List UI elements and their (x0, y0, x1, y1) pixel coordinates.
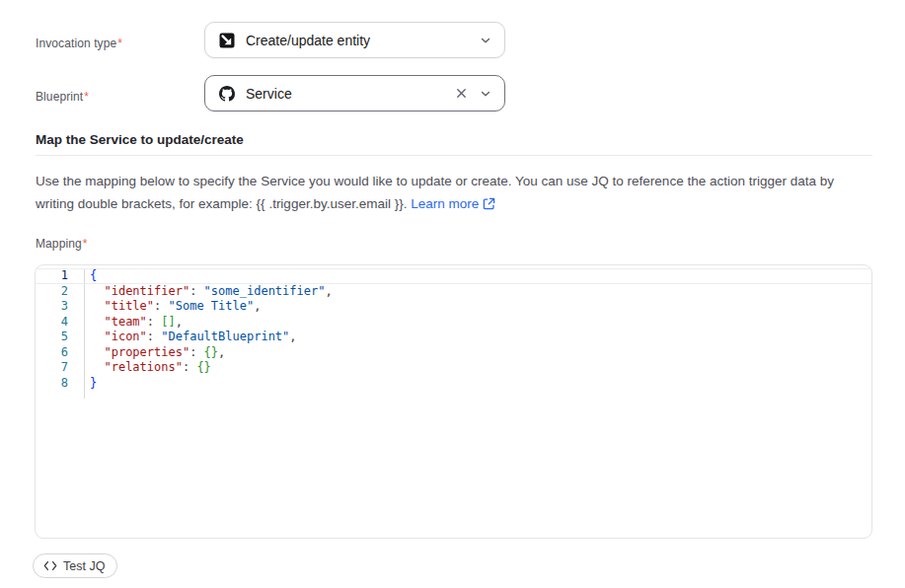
test-jq-label: Test JQ (63, 559, 105, 573)
mapping-label: Mapping* (36, 237, 88, 251)
invocation-type-select[interactable]: Create/update entity (204, 22, 505, 58)
editor-line: 4 "team": [], (36, 315, 871, 331)
editor-line: 1{ (36, 268, 871, 284)
line-number: 6 (36, 345, 68, 361)
line-number: 1 (36, 268, 68, 284)
clear-icon[interactable] (453, 86, 469, 102)
required-asterisk: * (83, 237, 88, 251)
editor-line: 3 "title": "Some Title", (36, 299, 871, 315)
test-jq-button[interactable]: Test JQ (33, 553, 117, 578)
chevron-down-icon (479, 87, 492, 101)
line-number: 4 (36, 315, 68, 331)
line-number: 5 (36, 330, 68, 345)
chevron-down-icon (479, 34, 492, 47)
line-number: 8 (36, 376, 68, 392)
editor-line: 8} (36, 376, 871, 392)
section-divider (36, 155, 872, 156)
github-icon (219, 86, 235, 102)
editor-line: 5 "icon": "DefaultBlueprint", (36, 330, 871, 345)
code-icon (43, 560, 57, 571)
mapping-editor[interactable]: 1{2 "identifier": "some_identifier",3 "t… (35, 264, 872, 539)
line-number: 2 (36, 284, 68, 300)
entity-icon (219, 33, 235, 48)
invocation-type-value: Create/update entity (246, 33, 469, 48)
blueprint-label: Blueprint* (36, 90, 89, 104)
editor-line: 2 "identifier": "some_identifier", (36, 284, 871, 300)
external-link-icon (483, 197, 495, 210)
required-asterisk: * (84, 90, 89, 104)
line-number: 3 (36, 299, 68, 315)
line-number: 7 (36, 360, 68, 376)
section-heading: Map the Service to update/create (36, 132, 244, 147)
mapping-editor-lines: 1{2 "identifier": "some_identifier",3 "t… (36, 268, 871, 391)
learn-more-link[interactable]: Learn more (411, 196, 495, 211)
editor-line: 7 "relations": {} (36, 360, 871, 376)
editor-line: 6 "properties": {}, (36, 345, 871, 361)
section-description: Use the mapping below to specify the Ser… (36, 170, 865, 215)
required-asterisk: * (117, 37, 122, 50)
invocation-type-label: Invocation type* (36, 37, 122, 50)
blueprint-value: Service (246, 86, 453, 102)
blueprint-select[interactable]: Service (204, 75, 505, 111)
